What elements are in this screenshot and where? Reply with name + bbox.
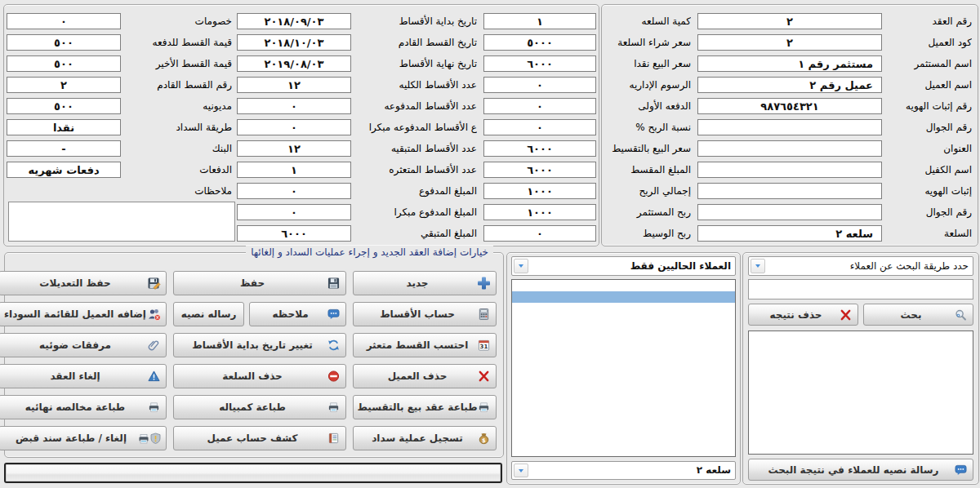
- cancel-contract-button[interactable]: إلغاء العقد: [0, 364, 167, 388]
- field-label: اسم المستثمر: [889, 55, 972, 72]
- print-clearance-button[interactable]: طباعة مخالصه نهائيه: [0, 395, 167, 419]
- field-value[interactable]: [697, 183, 882, 199]
- field-value[interactable]: ٦٠٠٠: [483, 140, 596, 157]
- field-value[interactable]: ٢٠١٩/٠٨/٠٣: [237, 55, 351, 72]
- dropdown-button[interactable]: [514, 259, 528, 273]
- field-label: ملاحظات: [124, 183, 232, 199]
- field-value[interactable]: ٥٠٠: [7, 98, 121, 114]
- field-label: ربح الوسيط: [604, 225, 691, 242]
- chat-bubble-icon: [327, 308, 341, 322]
- chevron-down-icon: [519, 264, 523, 268]
- client-list-item[interactable]: [512, 280, 735, 291]
- field-value[interactable]: سلعه ٢: [697, 225, 882, 242]
- field-label: السلعة: [889, 225, 972, 242]
- form-row: رقم الجوال نسبة الربح % ٠ ع الأقساط المد…: [3, 117, 977, 138]
- clients-listbox[interactable]: [511, 279, 736, 457]
- field-label: إجمالي الربح: [604, 183, 691, 199]
- field-value[interactable]: نقدا: [7, 119, 121, 135]
- red-x-icon: [477, 370, 491, 384]
- field-label: الدفعات: [124, 162, 232, 178]
- field-value[interactable]: [697, 140, 882, 157]
- field-label: كمية السلعه: [604, 13, 691, 29]
- note-button[interactable]: ملاحظه: [249, 302, 346, 326]
- field-value[interactable]: ٠: [483, 77, 596, 93]
- field-value[interactable]: ٠: [483, 119, 596, 135]
- field-value[interactable]: ٦٠٠٠: [237, 225, 351, 242]
- field-value[interactable]: ٢: [697, 13, 882, 29]
- field-value[interactable]: ٥٠٠: [7, 55, 121, 72]
- field-value[interactable]: ١٠٠٠: [483, 204, 596, 220]
- field-value[interactable]: ٦٠٠٠: [483, 162, 596, 178]
- field-value[interactable]: ٢٠١٨/٠٩/٠٣: [237, 13, 351, 29]
- field-value[interactable]: ٠: [483, 225, 596, 242]
- sms-button[interactable]: رساله نصيه: [173, 302, 244, 326]
- search-results-listbox[interactable]: [748, 331, 973, 455]
- search-button[interactable]: بحث: [863, 304, 973, 326]
- field-value[interactable]: ٥٠٠: [7, 34, 121, 51]
- notes-textarea[interactable]: [8, 202, 235, 242]
- field-value[interactable]: ١٢: [237, 140, 351, 157]
- paperclip-icon: [147, 339, 161, 353]
- dropdown-button[interactable]: [514, 464, 528, 477]
- field-value[interactable]: ١٢: [237, 77, 351, 93]
- new-contract-button[interactable]: جديد: [353, 271, 497, 295]
- field-value[interactable]: ٦٠٠٠: [483, 55, 596, 72]
- print-contract-button[interactable]: طباعة عقد بيع بالتقسيط: [353, 395, 497, 419]
- field-value[interactable]: ٢٠١٨/١٠/٠٣: [237, 34, 351, 51]
- field-label: عدد الأقساط المتبقيه: [356, 140, 477, 157]
- record-payment-button[interactable]: تسجيل عملية سداد $: [353, 426, 497, 450]
- field-value[interactable]: [697, 162, 882, 178]
- delete-product-button[interactable]: حذف السلعة: [173, 364, 346, 388]
- floppy-edit-icon: [147, 277, 161, 291]
- form-row: اسم المستثمر مستثمر رقم ١ سعر البيع نقدا…: [3, 53, 977, 74]
- delete-client-button[interactable]: حذف العميل: [353, 364, 497, 388]
- ledger-icon: [327, 432, 341, 446]
- save-edits-button[interactable]: حفظ التعديلات: [0, 271, 167, 295]
- field-value[interactable]: ٠: [237, 183, 351, 199]
- print-promissory-button[interactable]: طباعة كمبياله: [173, 395, 346, 419]
- warning-triangle-icon: [147, 370, 161, 384]
- field-value[interactable]: ٠: [237, 204, 351, 220]
- field-value[interactable]: ٠: [237, 98, 351, 114]
- field-value[interactable]: عميل رقم ٢: [697, 77, 882, 93]
- field-value[interactable]: دفعات شهريه: [7, 162, 121, 178]
- product-combobox[interactable]: سلعه ٢: [511, 461, 736, 480]
- client-list-item[interactable]: [512, 291, 735, 303]
- search-input[interactable]: [748, 279, 973, 299]
- field-value[interactable]: ٩٨٧٦٥٤٣٢١: [697, 98, 882, 114]
- delete-result-button[interactable]: حذف نتيجه: [748, 304, 858, 326]
- actions-panel-title: خيارات إضافة العقد الجديد و إجراء عمليات…: [246, 246, 493, 259]
- field-value[interactable]: ٠: [237, 119, 351, 135]
- clients-filter-combobox[interactable]: العملاء الحاليين فقط: [511, 256, 736, 276]
- search-method-combobox[interactable]: حدد طريقة البحث عن العملاء: [748, 256, 973, 276]
- printer-icon: [327, 401, 341, 415]
- save-button[interactable]: حفظ: [173, 271, 346, 295]
- field-label: مديونيه: [124, 98, 232, 114]
- field-label: عدد الأقساط المدفوعه: [356, 98, 477, 114]
- search-method-value: حدد طريقة البحث عن العملاء: [767, 257, 969, 275]
- change-start-date-button[interactable]: تغيير تاريخ بداية الأقساط: [173, 333, 346, 357]
- field-value[interactable]: ٠: [7, 13, 121, 29]
- field-value[interactable]: ٢: [7, 77, 121, 93]
- field-value[interactable]: -: [7, 140, 121, 157]
- account-statement-button[interactable]: كشف حساب عميل: [173, 426, 346, 450]
- field-value[interactable]: ١: [237, 162, 351, 178]
- mark-defaulted-button[interactable]: احتسب القسط متعثر 31: [353, 333, 497, 357]
- sms-search-results-button[interactable]: رسالة نصيه للعملاء في نتيجة البحث: [748, 459, 973, 481]
- calc-installments-button[interactable]: حساب الأقساط: [353, 302, 497, 326]
- field-value[interactable]: ١: [483, 13, 596, 29]
- field-value[interactable]: ٥٠٠٠: [483, 34, 596, 51]
- field-label: البنك: [124, 140, 232, 157]
- blacklist-client-button[interactable]: إضافه العميل للقائمة السوداء: [0, 302, 167, 326]
- field-value[interactable]: ١٠٠٠: [483, 183, 596, 199]
- field-value[interactable]: [697, 119, 882, 135]
- field-value[interactable]: ٢: [697, 34, 882, 51]
- floppy-icon: [327, 277, 341, 291]
- field-value[interactable]: [697, 204, 882, 220]
- field-value[interactable]: ٠: [483, 98, 596, 114]
- field-value[interactable]: مستثمر رقم ١: [697, 55, 882, 72]
- dropdown-button[interactable]: [751, 259, 765, 273]
- cancel-print-receipt-button[interactable]: إلغاء / طباعة سند قبض: [0, 426, 167, 450]
- field-label: تاريخ نهاية الأقساط: [356, 55, 477, 72]
- attachments-button[interactable]: مرفقات ضوئيه: [0, 333, 167, 357]
